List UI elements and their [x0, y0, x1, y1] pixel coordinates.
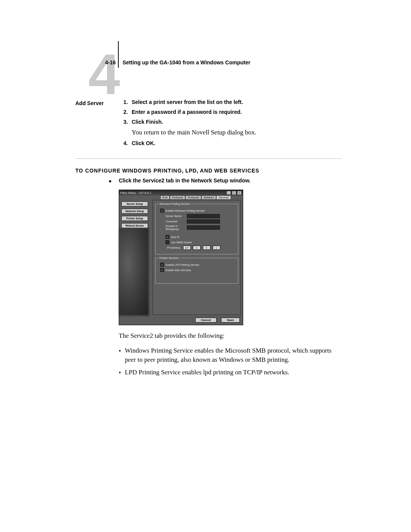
- instruction-bullet: Click the Service2 tab in the Network Se…: [119, 177, 336, 184]
- checkbox-label: Enable Windows Printing Service: [166, 209, 205, 212]
- checkbox-label: Auto IP: [171, 236, 180, 238]
- step-text: Click OK.: [132, 140, 343, 146]
- page-number: 4-16: [105, 59, 116, 66]
- sidebar-btn-network-setup[interactable]: Network Setup: [121, 209, 148, 214]
- st-part-sc: EB SERVICES: [220, 168, 260, 174]
- sidebar-background-image: [119, 228, 149, 316]
- field-label: Comment:: [166, 220, 187, 223]
- chapter-title: Setting up the GA-1040 from a Windows Co…: [123, 59, 250, 66]
- tab-service1[interactable]: Service1: [201, 195, 216, 199]
- chapter-number-watermark: 4: [88, 46, 120, 103]
- step-number: 1.: [119, 99, 128, 105]
- checkbox-label: Use WINS Server: [171, 241, 192, 244]
- checkbox-icon: ✓: [166, 235, 169, 239]
- field-label: Server Name:: [166, 215, 187, 217]
- st-part-sc: AND: [200, 168, 212, 174]
- list-item-text: Windows Printing Service enables the Mic…: [125, 346, 343, 365]
- st-part-sc: INDOWS PRINTING: [127, 168, 182, 174]
- ip-octet-2[interactable]: 0: [193, 246, 201, 250]
- domain-input[interactable]: [187, 225, 220, 230]
- close-icon[interactable]: ×: [237, 191, 242, 195]
- horizontal-rule: [75, 158, 342, 159]
- checkbox-label: Enable Web Services: [166, 269, 191, 272]
- st-part: W: [121, 168, 127, 174]
- body-text: The Service2 tab provides the following:…: [119, 331, 343, 381]
- save-button[interactable]: Save: [221, 318, 240, 323]
- checkbox-enable-lpd[interactable]: ✓ Enable LPD Printing Service: [160, 263, 236, 267]
- window-title: Fiery Setup - 127.0.0.1: [120, 191, 226, 195]
- tab-protocol1[interactable]: Protocol1: [170, 195, 186, 199]
- field-ip-address: IP Address: 127 0 0 1: [167, 246, 236, 250]
- tab-protocol2[interactable]: Protocol2: [185, 195, 201, 199]
- step-3: 3. Click Finish.: [119, 119, 343, 125]
- group-enable-services: Enable Services ✓ Enable LPD Printing Se…: [155, 257, 238, 284]
- st-part: , LPD,: [182, 168, 200, 174]
- steps-list: 1. Select a print server from the list o…: [119, 99, 343, 150]
- cancel-button[interactable]: Cancel: [195, 318, 217, 323]
- st-part: T: [75, 168, 79, 174]
- dialog-buttons: Cancel Save: [195, 318, 240, 323]
- group-legend: Enable Services: [159, 257, 180, 259]
- list-item: LPD Printing Service enables lpd printin…: [119, 368, 343, 378]
- tab-service2[interactable]: Service2: [216, 195, 231, 199]
- step-3-body: You return to the main Novell Setup dial…: [132, 129, 343, 136]
- ip-octet-3[interactable]: 0: [203, 246, 210, 250]
- tab-port[interactable]: Port: [160, 195, 170, 199]
- field-label: Domain or Workgroup:: [166, 225, 187, 230]
- checkbox-icon: ✓: [160, 268, 164, 272]
- field-domain: Domain or Workgroup:: [166, 225, 236, 230]
- ip-octet-1[interactable]: 127: [183, 246, 191, 250]
- sidebar: Server Setup Network Setup Printer Setup…: [121, 201, 148, 230]
- server-name-input[interactable]: [187, 214, 220, 218]
- step-number: 3.: [119, 119, 128, 125]
- field-server-name: Server Name:: [166, 214, 236, 218]
- comment-input[interactable]: [187, 219, 220, 224]
- sidebar-btn-server-setup[interactable]: Server Setup: [121, 201, 148, 206]
- step-number: 4.: [119, 140, 128, 146]
- intro-line: The Service2 tab provides the following:: [119, 331, 343, 341]
- bullet-list: Windows Printing Service enables the Mic…: [119, 346, 343, 378]
- checkbox-enable-windows-printing[interactable]: ✓ Enable Windows Printing Service: [160, 209, 236, 212]
- ip-octet-4[interactable]: 1: [213, 246, 220, 250]
- tab-panel: Windows Printing Service ✓ Enable Window…: [153, 200, 241, 315]
- checkbox-icon: ✓: [160, 209, 164, 212]
- step-4: 4. Click OK.: [119, 140, 343, 146]
- sidebar-btn-printer-setup[interactable]: Printer Setup: [121, 216, 148, 221]
- checkbox-auto-ip[interactable]: ✓ Auto IP: [166, 235, 236, 239]
- checkbox-enable-web[interactable]: ✓ Enable Web Services: [160, 268, 236, 272]
- field-label: IP Address:: [167, 246, 181, 249]
- checkbox-label: Enable LPD Printing Service: [166, 264, 199, 266]
- list-item-text: LPD Printing Service enables lpd printin…: [125, 368, 289, 378]
- checkbox-icon: ✓: [160, 263, 164, 267]
- step-number: 2.: [119, 109, 128, 115]
- st-part: W: [213, 168, 220, 174]
- minimize-icon[interactable]: _: [226, 191, 231, 195]
- step-text: Enter a password if a password is requir…: [132, 109, 343, 115]
- titlebar: Fiery Setup - 127.0.0.1 _ □ ×: [119, 190, 243, 195]
- checkbox-use-wins[interactable]: ✓ Use WINS Server: [166, 240, 236, 244]
- step-text: Click Finish.: [132, 119, 343, 125]
- margin-label-add-server: Add Server: [75, 100, 104, 106]
- tab-bar: Port Protocol1 Protocol2 Service1 Servic…: [160, 195, 231, 199]
- list-item: Windows Printing Service enables the Mic…: [119, 346, 343, 365]
- maximize-icon[interactable]: □: [232, 191, 236, 195]
- step-text: Select a print server from the list on t…: [132, 99, 343, 105]
- group-legend: Windows Printing Service: [159, 203, 190, 205]
- header-rule: [118, 41, 119, 68]
- document-page: 4 4-16 Setting up the GA-1040 from a Win…: [0, 0, 411, 532]
- group-windows-printing: Windows Printing Service ✓ Enable Window…: [155, 203, 238, 254]
- section-title: TO CONFIGURE WINDOWS PRINTING, LPD, AND …: [75, 168, 260, 174]
- sidebar-btn-reboot-server[interactable]: Reboot Server: [121, 223, 148, 228]
- fiery-setup-window: Fiery Setup - 127.0.0.1 _ □ × Port Proto…: [119, 190, 243, 325]
- field-comment: Comment:: [166, 219, 236, 224]
- checkbox-icon: ✓: [166, 240, 169, 244]
- st-part-sc: O CONFIGURE: [79, 168, 121, 174]
- step-1: 1. Select a print server from the list o…: [119, 99, 343, 105]
- step-2: 2. Enter a password if a password is req…: [119, 109, 343, 115]
